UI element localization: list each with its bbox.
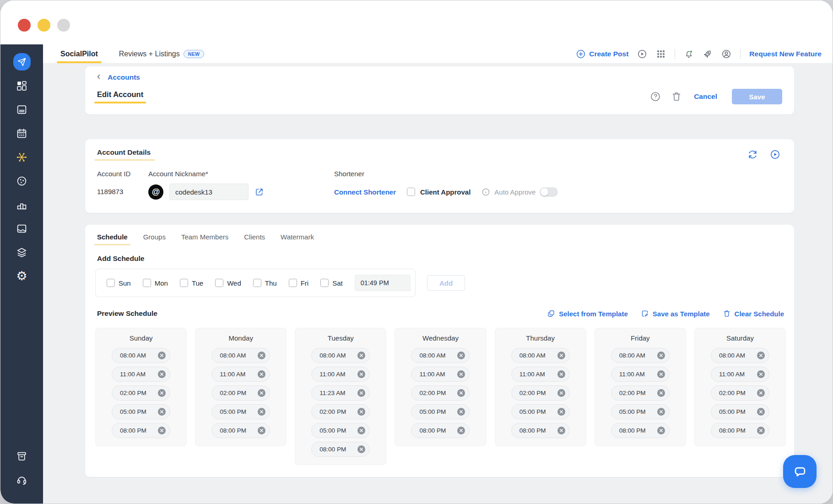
accounts-icon[interactable]	[10, 145, 34, 169]
remove-time-button[interactable]	[757, 352, 765, 359]
remove-time-button[interactable]	[557, 408, 565, 416]
remove-time-button[interactable]	[457, 389, 465, 397]
calendar-icon[interactable]	[10, 121, 34, 145]
checkbox-icon[interactable]	[143, 279, 151, 287]
remove-time-button[interactable]	[158, 408, 166, 416]
remove-time-button[interactable]	[457, 352, 465, 359]
tab-socialpilot[interactable]: SocialPilot	[60, 44, 99, 63]
request-new-feature-link[interactable]: Request New Feature	[749, 50, 822, 58]
tab-schedule[interactable]: Schedule	[97, 233, 128, 245]
remove-time-button[interactable]	[657, 352, 665, 359]
remove-time-button[interactable]	[158, 352, 166, 359]
close-window-button[interactable]	[18, 19, 31, 32]
tab-team-members[interactable]: Team Members	[181, 233, 228, 245]
socialpilot-logo-icon[interactable]	[10, 50, 34, 74]
remove-time-button[interactable]	[457, 427, 465, 434]
client-approval-checkbox[interactable]: Client Approval	[407, 188, 471, 196]
checkbox-icon[interactable]	[107, 279, 115, 287]
day-checkbox-tue[interactable]: Tue	[180, 279, 203, 287]
minimize-window-button[interactable]	[38, 19, 50, 32]
remove-time-button[interactable]	[258, 370, 265, 378]
create-post-button[interactable]: Create Post	[576, 49, 628, 59]
remove-time-button[interactable]	[158, 427, 166, 434]
refresh-icon[interactable]	[747, 149, 758, 160]
remove-time-button[interactable]	[357, 389, 365, 397]
collections-icon[interactable]	[10, 240, 34, 264]
delete-account-icon[interactable]	[671, 91, 682, 102]
settings-gear-icon[interactable]: ⚙	[10, 264, 34, 288]
remove-time-button[interactable]	[557, 389, 565, 397]
remove-time-button[interactable]	[357, 408, 365, 416]
maximize-window-button[interactable]	[57, 19, 70, 32]
remove-time-button[interactable]	[457, 408, 465, 416]
remove-time-button[interactable]	[258, 389, 265, 397]
remove-time-button[interactable]	[757, 370, 765, 378]
help-circle-icon[interactable]	[650, 91, 661, 102]
remove-time-button[interactable]	[757, 389, 765, 397]
rocket-icon[interactable]	[701, 47, 715, 61]
checkbox-icon[interactable]	[320, 279, 329, 287]
remove-time-button[interactable]	[657, 427, 665, 434]
app-grid-icon[interactable]	[656, 49, 666, 59]
play-circle-icon[interactable]	[637, 49, 647, 59]
posts-icon[interactable]	[10, 98, 34, 121]
remove-time-button[interactable]	[158, 389, 166, 397]
play-circle-icon[interactable]	[770, 149, 780, 160]
notification-bell-icon[interactable]	[684, 49, 694, 59]
remove-time-button[interactable]	[158, 370, 166, 378]
inbox-icon[interactable]	[10, 217, 34, 240]
save-button[interactable]: Save	[732, 89, 782, 104]
remove-time-button[interactable]	[357, 370, 365, 378]
tab-reviews-listings[interactable]: Reviews + Listings NEW	[118, 44, 205, 63]
checkbox-icon[interactable]	[253, 279, 261, 287]
tab-groups[interactable]: Groups	[143, 233, 166, 245]
day-checkbox-sun[interactable]: Sun	[107, 279, 131, 287]
tab-clients[interactable]: Clients	[244, 233, 265, 245]
remove-time-button[interactable]	[557, 370, 565, 378]
connect-shortener-link[interactable]: Connect Shortener	[334, 188, 396, 196]
day-checkbox-fri[interactable]: Fri	[289, 279, 309, 287]
new-badge: NEW	[184, 50, 204, 58]
day-checkbox-mon[interactable]: Mon	[143, 279, 168, 287]
analytics-icon[interactable]	[10, 193, 34, 217]
auto-approve-toggle[interactable]	[540, 187, 558, 197]
day-checkbox-wed[interactable]: Wed	[215, 279, 241, 287]
remove-time-button[interactable]	[357, 427, 365, 434]
select-from-template-link[interactable]: Select from Template	[547, 309, 628, 318]
breadcrumb[interactable]: ‹ Accounts	[97, 73, 140, 81]
accounts-back-link[interactable]: Accounts	[108, 73, 140, 81]
external-link-icon[interactable]	[254, 187, 264, 197]
account-nickname-input[interactable]	[169, 184, 249, 200]
save-as-template-link[interactable]: Save as Template	[641, 309, 710, 318]
remove-time-button[interactable]	[357, 352, 365, 359]
dashboard-icon[interactable]	[10, 74, 34, 98]
remove-time-button[interactable]	[457, 370, 465, 378]
chat-launcher-button[interactable]	[783, 455, 817, 488]
cancel-button[interactable]: Cancel	[694, 92, 717, 101]
checkbox-icon[interactable]	[289, 279, 297, 287]
remove-time-button[interactable]	[557, 427, 565, 434]
tab-watermark[interactable]: Watermark	[281, 233, 314, 245]
remove-time-button[interactable]	[258, 427, 265, 434]
user-account-icon[interactable]	[721, 49, 731, 59]
checkbox-icon[interactable]	[215, 279, 223, 287]
checkbox-icon[interactable]	[180, 279, 188, 287]
discover-icon[interactable]	[10, 169, 34, 193]
schedule-time-input[interactable]	[355, 275, 411, 291]
remove-time-button[interactable]	[657, 389, 665, 397]
remove-time-button[interactable]	[258, 352, 265, 359]
clear-schedule-link[interactable]: Clear Schedule	[723, 309, 784, 318]
remove-time-button[interactable]	[757, 427, 765, 434]
checkbox-icon[interactable]	[407, 188, 415, 196]
remove-time-button[interactable]	[357, 445, 365, 453]
remove-time-button[interactable]	[557, 352, 565, 359]
archive-icon[interactable]	[10, 444, 34, 468]
day-checkbox-sat[interactable]: Sat	[320, 279, 343, 287]
day-checkbox-thu[interactable]: Thu	[253, 279, 277, 287]
remove-time-button[interactable]	[657, 408, 665, 416]
support-headset-icon[interactable]	[10, 468, 34, 492]
remove-time-button[interactable]	[657, 370, 665, 378]
add-schedule-button[interactable]: Add	[427, 275, 465, 291]
remove-time-button[interactable]	[258, 408, 265, 416]
remove-time-button[interactable]	[757, 408, 765, 416]
